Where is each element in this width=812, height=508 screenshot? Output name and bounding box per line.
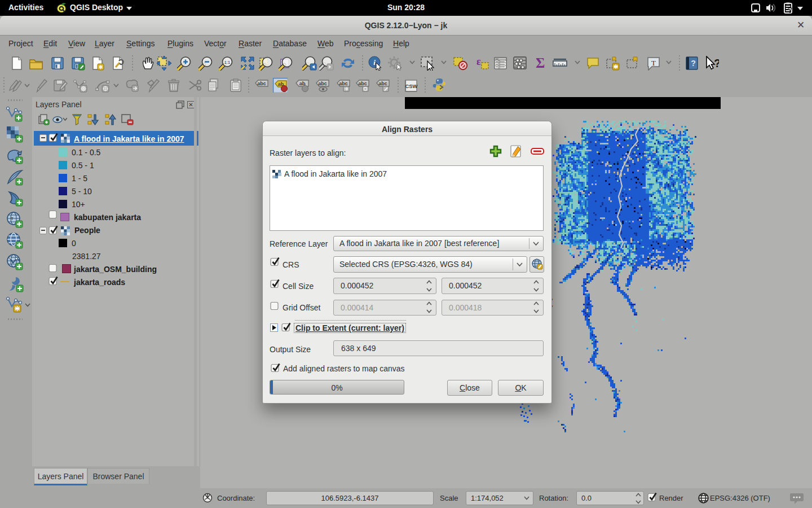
svg-text:ab: ab xyxy=(299,81,306,86)
svg-text:T: T xyxy=(11,216,14,221)
svg-text:abc: abc xyxy=(358,81,367,86)
svg-text:CSW: CSW xyxy=(405,83,417,89)
svg-text:abc: abc xyxy=(378,81,387,86)
svg-text:abc: abc xyxy=(339,81,348,86)
svg-text:ε: ε xyxy=(476,56,481,67)
svg-text:?: ? xyxy=(691,59,696,68)
svg-text:1:1: 1:1 xyxy=(224,60,230,65)
svg-text:T: T xyxy=(651,59,656,67)
svg-text:Σ: Σ xyxy=(536,56,545,71)
svg-text:abc: abc xyxy=(318,81,327,86)
svg-text:?: ? xyxy=(714,57,719,69)
svg-text:abc: abc xyxy=(257,81,266,86)
svg-text:i: i xyxy=(373,58,376,67)
